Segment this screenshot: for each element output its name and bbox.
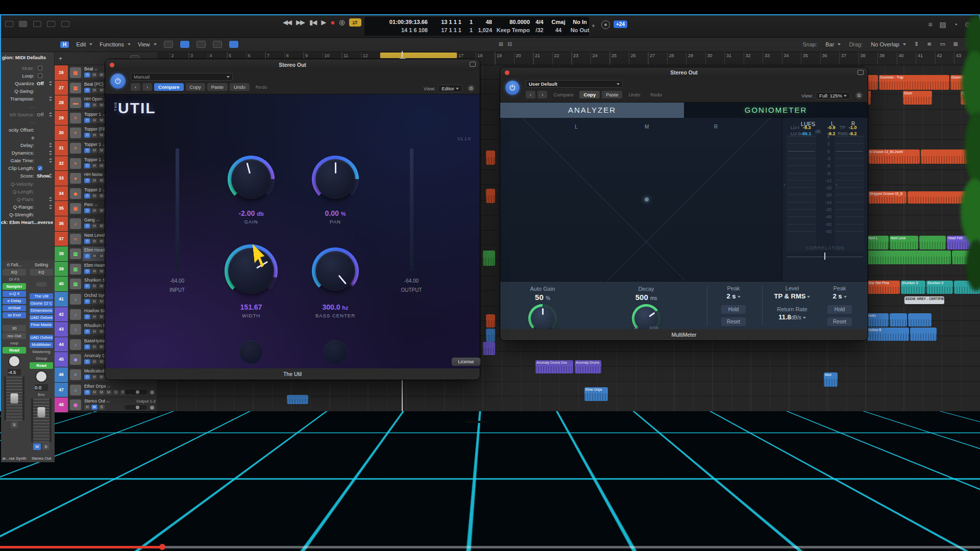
edit-menu[interactable]: Edit [76, 41, 92, 47]
region-clip[interactable] [486, 151, 495, 165]
forward-button[interactable]: ▶▶ [296, 18, 304, 26]
zoom-in-icon[interactable]: ⊞ [499, 41, 503, 47]
region-clip[interactable] [486, 329, 495, 342]
region-clip[interactable]: Next Leve [890, 236, 918, 249]
strip-instrument-slot[interactable]: Sampler [3, 283, 26, 290]
peak2-value[interactable]: 2 s [812, 292, 868, 300]
scroll-pill[interactable] [465, 421, 486, 423]
vertical-zoom-icon[interactable]: ⇕ [914, 41, 919, 47]
volume-fader[interactable] [31, 398, 52, 442]
compare-button[interactable]: Compare [154, 83, 183, 91]
solo-button[interactable]: S [11, 421, 17, 428]
lcd-field[interactable]: Keep Tempo [494, 27, 532, 33]
toolbar-toggle-icons[interactable] [5, 20, 73, 29]
lcd-field[interactable]: 44 [549, 27, 570, 33]
strip-setting-box[interactable]: EQ [3, 269, 26, 276]
track-power-button[interactable]: ⏻ [84, 284, 90, 289]
region-clip[interactable] [919, 236, 946, 249]
link-icon[interactable]: ⧉ [855, 92, 863, 99]
strip-plugin-slot[interactable]: Dimensions [30, 308, 53, 314]
cycle-region[interactable] [380, 53, 457, 58]
list-view-icon[interactable]: ≡ [928, 20, 932, 29]
region-clip[interactable]: Hollo [867, 313, 889, 327]
track-hide-button[interactable]: H [91, 299, 97, 304]
editor-toggle-icon[interactable] [33, 21, 41, 27]
volume-value[interactable]: 0.0 [35, 384, 48, 391]
lcd-field[interactable]: No In [570, 19, 592, 25]
region-clip[interactable] [287, 395, 308, 404]
inspector-param[interactable]: ocity Offset: [1, 126, 54, 134]
inspector-param[interactable]: QuantizeOff [1, 80, 54, 87]
inspector-param[interactable]: Q-Length: [1, 188, 54, 195]
list-toggle-icon[interactable] [47, 21, 55, 27]
track-mute-button[interactable]: M [99, 284, 105, 289]
track-hide-button[interactable]: H [91, 329, 97, 334]
peak1-value[interactable]: 2 s [705, 292, 762, 300]
window-link-icon[interactable] [857, 70, 864, 75]
region-clip[interactable] [908, 313, 932, 327]
lcd-field[interactable]: 01:00:39:13.66 [370, 19, 430, 25]
track-power-button[interactable]: ⏻ [84, 72, 90, 78]
region-clip[interactable] [867, 251, 951, 264]
window-link-icon[interactable] [470, 62, 476, 67]
lcd-field[interactable]: 13 1 1 1 [430, 19, 463, 25]
track-hide-button[interactable]: H [91, 314, 97, 319]
redo-button[interactable]: Redo [646, 91, 666, 98]
region-clip[interactable] [486, 314, 495, 328]
track-hide-button[interactable]: H [91, 284, 97, 289]
inspector-param[interactable]: Score:Show [1, 172, 54, 180]
track-power-button[interactable]: ⏻ [84, 163, 90, 168]
inspector-param[interactable]: Q-Strength: [1, 211, 54, 218]
inspector-param[interactable]: - - [1, 103, 54, 111]
track-mute-button[interactable]: M [91, 405, 97, 410]
auto-gain-knob[interactable] [528, 304, 557, 333]
copy-button[interactable]: Copy [579, 91, 600, 98]
tab-analyzer[interactable]: ANALYZER [500, 103, 684, 118]
region-clip[interactable]: Drummer - Trap [879, 75, 949, 90]
track-hide-button[interactable]: H [91, 133, 97, 138]
inspector-param[interactable]: tch Source:Off [1, 111, 54, 118]
region-clip[interactable]: Med [824, 372, 838, 387]
strip-setting-box[interactable]: reo Out [3, 333, 26, 339]
inspector-toggle-icon[interactable] [5, 21, 13, 27]
paste-button[interactable]: Paste [602, 91, 622, 98]
track-hide-button[interactable]: H [91, 359, 97, 364]
track-mute-button[interactable]: M [99, 133, 105, 138]
track-power-button[interactable]: ⏻ [84, 148, 90, 153]
paste-button[interactable]: Paste [207, 83, 228, 91]
track-hide-button[interactable]: H [91, 390, 97, 395]
automation-read-button[interactable]: Read [3, 347, 26, 354]
prev-preset-button[interactable]: ‹ [526, 91, 535, 98]
track-power-button[interactable]: ⏻ [84, 254, 90, 259]
region-clip[interactable]: Hollow B [867, 328, 909, 341]
track-hide-button[interactable]: H [91, 163, 97, 168]
gain-knob[interactable] [228, 156, 275, 203]
track-hide-button[interactable]: H [91, 254, 97, 259]
view-menu[interactable]: View [138, 41, 157, 47]
inspector-param[interactable]: Dynamics: [1, 149, 54, 157]
track-hide-button[interactable]: H [91, 88, 97, 93]
track-hide-button[interactable]: H [91, 239, 97, 244]
track-mute-button[interactable]: M [99, 239, 105, 244]
region-clip[interactable]: b Groove 13_80-2snht [869, 149, 920, 164]
region-clip[interactable] [486, 189, 495, 203]
strip-plugin-slot[interactable]: o-Q 4 [3, 291, 26, 297]
strip-setting-box[interactable]: 30 [3, 325, 26, 332]
volume-value[interactable]: -4.5 [8, 369, 21, 375]
track-pan-knob[interactable] [149, 405, 155, 411]
pan-knob[interactable] [8, 355, 20, 367]
fader-handle[interactable] [38, 407, 45, 417]
inspector-param[interactable]: Mute: [1, 64, 54, 72]
gear-icon[interactable] [601, 20, 610, 29]
track-mute-button[interactable]: M [99, 163, 105, 168]
inspector-param[interactable]: Gate Time: [1, 157, 54, 164]
track-power-button[interactable]: ⏻ [84, 299, 90, 304]
region-clip[interactable] [483, 342, 495, 355]
lcd-field[interactable]: 48 [475, 19, 494, 25]
region-clip[interactable]: Ether Drips [584, 387, 608, 401]
capture-button[interactable]: ◎ [339, 18, 344, 26]
undo-button[interactable]: Undo [624, 91, 644, 98]
track-mute-button[interactable]: M [99, 359, 105, 364]
track-mute-button[interactable]: M [99, 193, 105, 198]
strip-plugin-slot[interactable]: MultiMeter [30, 342, 53, 348]
